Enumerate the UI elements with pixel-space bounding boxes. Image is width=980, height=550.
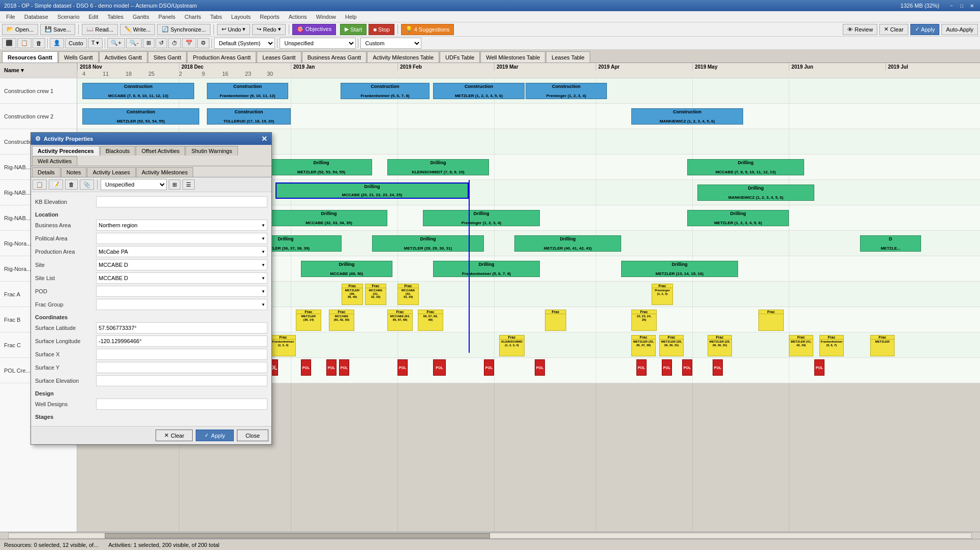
menu-layouts[interactable]: Layouts [227, 13, 255, 21]
menu-help[interactable]: Help [341, 13, 361, 21]
frac-bar-b6[interactable]: Frac [545, 310, 566, 331]
dtab-activity-leases[interactable]: Activity Leases [87, 167, 135, 177]
tab-resources-gantt[interactable]: Resources Gantt [2, 51, 58, 63]
save-button[interactable]: 💾 Save... [40, 24, 75, 35]
bar-drilling-mankiewicz[interactable]: Drilling MANKIEWICZ (1, 2, 3, 4, 5, 6) [697, 185, 814, 201]
pol-bar-5[interactable]: POL [397, 359, 408, 376]
pol-bar-6[interactable]: POL [433, 359, 446, 376]
menu-tabs[interactable]: Tabs [206, 13, 226, 21]
minimize-button[interactable]: − [947, 2, 956, 9]
custom-select[interactable]: Custom [360, 38, 421, 49]
frac-bar-a1[interactable]: Frac METZLER (38,39, 40) [342, 284, 363, 305]
tab-well-milestones-table[interactable]: Well Milestones Table [480, 51, 545, 63]
dlg-tool-btn4[interactable]: 📎 [80, 179, 94, 190]
dtab-notes[interactable]: Notes [61, 167, 87, 177]
frac-bar-b4[interactable]: Frac MCCABE (64,65, 67, 68) [387, 310, 413, 331]
frac-group-select[interactable] [96, 299, 267, 310]
menu-scenario[interactable]: Scenario [53, 13, 83, 21]
review-button[interactable]: 👁 Review [843, 24, 877, 35]
menu-tables[interactable]: Tables [103, 13, 128, 21]
surface-latitude-input[interactable] [96, 322, 267, 333]
tab-leases-table[interactable]: Leases Table [546, 51, 590, 63]
bar-drilling-metzler-13[interactable]: Drilling METZLER (13, 14, 15, 16) [621, 261, 738, 277]
dlg-tool-btn1[interactable]: 📋 [33, 179, 47, 190]
toolbar2-btn7[interactable]: ⏱ [168, 38, 181, 48]
bar-drilling-metzler-28[interactable]: Drilling METZLER (28, 29, 30, 31) [372, 235, 484, 252]
bar-construction-frankenheimer-2[interactable]: Construction Frankenheimer (5, 6, 7, 8) [341, 83, 430, 99]
redo-button[interactable]: ↪ Redo ▾ [252, 24, 285, 35]
frac-bar-b7[interactable]: Frac 22, 23, 24,25) [631, 310, 657, 331]
business-area-select[interactable]: Northern region [96, 220, 267, 231]
activity-dialog[interactable]: ⚙ Activity Properties ✕ Activity Precede… [30, 132, 272, 445]
stop-button[interactable]: ■ Stop [369, 24, 394, 35]
pol-bar-3[interactable]: POL [326, 359, 336, 376]
tab-sites-gantt[interactable]: Sites Gantt [148, 51, 187, 63]
bar-construction-metzler-2[interactable]: Construction METZLER (52, 53, 54, 55) [82, 108, 199, 125]
maximize-button[interactable]: □ [958, 2, 966, 9]
political-area-select[interactable] [96, 233, 267, 244]
frac-bar-c6[interactable]: Frac METZLER (35,36, 37, 38) [631, 335, 656, 356]
menu-file[interactable]: File [2, 13, 19, 21]
surface-elevation-input[interactable] [96, 375, 267, 386]
menu-reports[interactable]: Reports [256, 13, 284, 21]
read-button[interactable]: 📖 Read... [82, 24, 117, 35]
zoom-out[interactable]: 🔍- [126, 38, 142, 48]
bar-drilling-row3-2[interactable]: Drilling METZLER (52, 53, 54, 55) [270, 159, 372, 175]
frac-bar-b8[interactable]: Frac [758, 310, 784, 331]
objectives-button[interactable]: 🎯 Objectives [292, 24, 336, 35]
bar-drilling-mccabe-32[interactable]: Drilling MCCABE (32, 33, 34, 35) [270, 210, 387, 226]
zoom-fit[interactable]: ⊞ [143, 38, 155, 48]
pol-bar-13[interactable]: POL [814, 359, 824, 376]
production-area-select[interactable]: McCabe PA [96, 246, 267, 257]
pol-bar-9[interactable]: POL [636, 359, 647, 376]
pol-bar-7[interactable]: POL [484, 359, 494, 376]
toolbar2-btn4[interactable]: 👤 [50, 38, 64, 48]
bar-construction-mankiewicz[interactable]: Construction MANKIEWICZ (1, 2, 3, 4, 5, … [631, 108, 743, 125]
scrollbar-thumb[interactable] [105, 533, 490, 538]
write-button[interactable]: ✏️ Write... [120, 24, 156, 35]
bar-construction-preminger[interactable]: Construction Preminger (1, 2, 3, 4) [526, 83, 607, 99]
pol-bar-2[interactable]: POL [301, 359, 311, 376]
filter-select[interactable]: Unspecified [280, 38, 356, 49]
menu-panels[interactable]: Panels [154, 13, 179, 21]
tab-leases-gantt[interactable]: Leases Gantt [257, 51, 301, 63]
dialog-close-button[interactable]: ✕ [261, 135, 267, 143]
bar-construction-frankenheimer-1[interactable]: Construction Frankenheimer (9, 10, 11, 1… [207, 83, 288, 99]
toolbar2-btn2[interactable]: 📋 [17, 38, 32, 48]
frac-bar-c8[interactable]: Frac METZLER (28,29, 30, 31) [708, 335, 732, 356]
horizontal-scrollbar[interactable] [0, 532, 980, 539]
tab-udfs-table[interactable]: UDFs Table [440, 51, 480, 63]
bar-drilling-metzler-row6-last[interactable]: D METZLE... [860, 235, 921, 252]
open-button[interactable]: 📂 Open... [2, 24, 38, 35]
kb-elevation-input[interactable] [96, 196, 267, 207]
frac-bar-b3[interactable]: Frac MCCABE(81, 82, 83) [329, 310, 354, 331]
dlg-list-btn[interactable]: ☰ [182, 179, 195, 190]
toolbar2-btn6[interactable]: T ▾ [88, 38, 103, 48]
bar-drilling-mccabe-selected[interactable]: Drilling MCCABE (20, 21, 22, 23, 24, 25) [275, 182, 469, 199]
dlg-unspecified-select[interactable]: Unspecified [101, 179, 167, 190]
menu-database[interactable]: Database [20, 13, 52, 21]
toolbar2-btn1[interactable]: ⬛ [2, 38, 16, 48]
menu-charts[interactable]: Charts [180, 13, 205, 21]
bar-construction-mccabe[interactable]: Construction MCCABE (7, 8, 9, 10, 11, 12… [82, 83, 194, 99]
frac-bar-c11[interactable]: Frac METZLER [870, 335, 895, 356]
pol-bar-11[interactable]: POL [682, 359, 692, 376]
surface-y-input[interactable] [96, 362, 267, 373]
dlg-tool-btn3[interactable]: 🗑 [65, 179, 78, 190]
toolbar2-btn9[interactable]: ⚙ [197, 38, 209, 48]
dlg-tool-btn2[interactable]: 📝 [49, 179, 63, 190]
frac-bar-c10[interactable]: Frac Frankenheimer(5, 6, 7) [819, 335, 844, 356]
menu-window[interactable]: Window [312, 13, 340, 21]
clear-button-toolbar[interactable]: ✕ Clear [879, 24, 908, 35]
bar-drilling-metzler-40[interactable]: Drilling METZLER (40, 41, 42, 43) [514, 235, 621, 252]
bar-drilling-frankenheimer-56[interactable]: Drilling Frankenheimer (5, 6, 7, 8) [433, 261, 540, 277]
frac-bar-a3[interactable]: Frac MCCABE (32,33, 34) [397, 284, 419, 305]
bar-drilling-preminger-row5[interactable]: Drilling Preminger (1, 2, 3, 4) [423, 210, 540, 226]
apply-button-toolbar[interactable]: ✓ Apply [910, 24, 940, 35]
dlg-grid-btn[interactable]: ⊞ [169, 179, 180, 190]
tab-activity-milestones-table[interactable]: Activity Milestones Table [367, 51, 439, 63]
tab-activities-gantt[interactable]: Activities Gantt [99, 51, 147, 63]
surface-longitude-input[interactable] [96, 335, 267, 347]
frac-bar-c9[interactable]: Frac METZLER (41,42, 43) [789, 335, 813, 356]
surface-x-input[interactable] [96, 349, 267, 360]
